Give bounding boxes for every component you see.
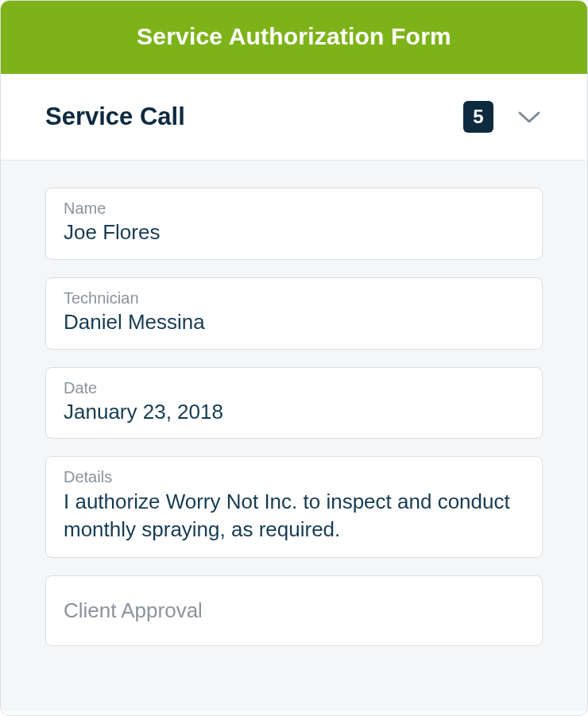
technician-value: Daniel Messina (64, 309, 524, 336)
chevron-down-icon[interactable] (516, 103, 543, 130)
date-label: Date (64, 379, 524, 397)
technician-field[interactable]: Technician Daniel Messina (45, 277, 543, 350)
name-label: Name (64, 199, 524, 218)
form-header: Service Authorization Form (1, 1, 587, 74)
details-value: I authorize Worry Not Inc. to inspect an… (64, 488, 524, 544)
section-header[interactable]: Service Call 5 (1, 74, 587, 161)
form-body: Name Joe Flores Technician Daniel Messin… (1, 161, 587, 711)
client-approval-placeholder: Client Approval (64, 598, 524, 623)
date-value: January 23, 2018 (64, 399, 524, 426)
details-label: Details (64, 468, 524, 486)
client-approval-field[interactable]: Client Approval (45, 575, 543, 646)
section-title: Service Call (45, 103, 463, 131)
name-field[interactable]: Name Joe Flores (45, 188, 543, 260)
details-field[interactable]: Details I authorize Worry Not Inc. to in… (45, 456, 543, 557)
form-title: Service Authorization Form (17, 23, 571, 50)
date-field[interactable]: Date January 23, 2018 (45, 367, 543, 439)
technician-label: Technician (64, 289, 524, 308)
section-count-badge: 5 (463, 101, 493, 133)
form-card: Service Authorization Form Service Call … (0, 0, 588, 716)
name-value: Joe Flores (64, 219, 524, 246)
